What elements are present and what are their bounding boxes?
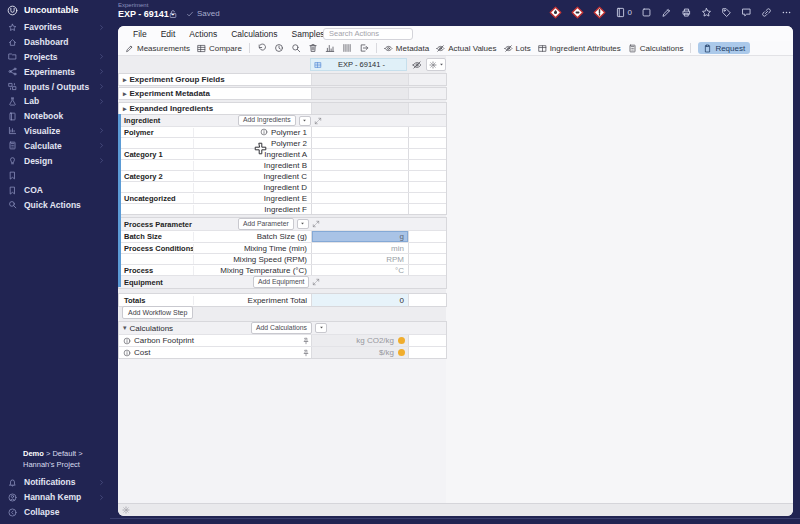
undo-icon[interactable] — [257, 43, 267, 53]
calculations-toggle[interactable]: Calculations — [628, 44, 684, 53]
grid-cell[interactable] — [408, 127, 446, 137]
info-icon[interactable] — [123, 349, 131, 357]
star-icon[interactable] — [701, 7, 712, 18]
breadcrumb-project[interactable]: Demo — [23, 449, 44, 458]
sidebar-item-dashboard[interactable]: Dashboard — [0, 35, 110, 50]
menu-actions[interactable]: Actions — [182, 29, 224, 39]
hazard-cylinder-icon[interactable] — [571, 6, 584, 19]
ingredient-row[interactable]: Ingredient B — [119, 159, 446, 170]
parameter-name-cell[interactable]: Mixing Temperature (°C) — [193, 266, 311, 275]
grid-cell[interactable] — [408, 171, 446, 181]
eye-off-icon[interactable] — [412, 60, 422, 70]
printer-icon[interactable] — [681, 7, 692, 18]
row-experiment-metadata[interactable]: ▸Experiment Metadata — [119, 88, 446, 99]
parameter-name-cell[interactable]: Batch Size (g) — [193, 232, 311, 241]
value-cell[interactable] — [311, 171, 408, 181]
ingredient-name-cell[interactable]: Ingredient A — [193, 150, 311, 159]
grid-cell[interactable] — [311, 74, 408, 85]
ingredient-row[interactable]: PolymerPolymer 1 — [119, 126, 446, 137]
grid-cell[interactable] — [408, 254, 446, 264]
add-ingredients-dropdown[interactable] — [299, 116, 311, 126]
breadcrumb[interactable]: Demo > Default >Hannah's Project — [23, 448, 107, 470]
calculation-value-cell[interactable]: kg CO2/kg — [311, 335, 408, 346]
metadata-toggle[interactable]: Metadata — [384, 44, 429, 53]
experiment-total-value[interactable]: 0 — [311, 294, 408, 306]
chat-bubble-icon[interactable] — [741, 7, 752, 18]
caret-down-icon[interactable]: ▾ — [119, 324, 130, 332]
add-calculations-button[interactable]: Add Calculations — [251, 322, 312, 334]
value-cell[interactable]: °C — [311, 265, 408, 275]
breadcrumb-path[interactable]: > Default > — [44, 449, 83, 458]
sidebar-item-inputs-outputs[interactable]: Inputs / Outputs — [0, 79, 110, 94]
experiment-title[interactable]: EXP - 69141 - — [118, 9, 174, 19]
lots-toggle[interactable]: Lots — [504, 44, 531, 53]
link-icon[interactable] — [761, 7, 772, 18]
ingredient-row[interactable]: Polymer 2 — [119, 137, 446, 148]
value-cell[interactable] — [311, 127, 408, 137]
history-clock-icon[interactable] — [274, 43, 284, 53]
add-calculations-dropdown[interactable] — [315, 323, 327, 333]
measurements-button[interactable]: Measurements — [125, 44, 190, 53]
notebook-count[interactable]: 0 — [615, 7, 632, 18]
totals-row[interactable]: TotalsExperiment Total0 — [119, 294, 446, 306]
grid-cell[interactable] — [408, 149, 446, 159]
ingredient-row[interactable]: Ingredient F — [119, 203, 446, 214]
search-icon[interactable] — [291, 43, 301, 53]
trash-icon[interactable] — [308, 43, 318, 53]
add-parameter-button[interactable]: Add Parameter — [238, 218, 294, 230]
ingredient-attributes-toggle[interactable]: Ingredient Attributes — [538, 44, 621, 53]
breadcrumb-current[interactable]: Hannah's Project — [23, 460, 80, 469]
pin-cell[interactable] — [302, 337, 311, 345]
grid-cell[interactable] — [311, 103, 408, 114]
parameter-row[interactable]: Process ConditionsMixing Time (min)min — [119, 242, 446, 253]
parameter-row[interactable]: Batch SizeBatch Size (g)g — [119, 230, 446, 242]
ingredient-row[interactable]: Ingredient D — [119, 181, 446, 192]
more-options-icon[interactable] — [781, 7, 792, 18]
ingredient-row[interactable]: Category 2Ingredient C — [119, 170, 446, 181]
columns-icon[interactable] — [342, 43, 352, 53]
value-cell[interactable] — [311, 160, 408, 170]
hazard-flame-icon[interactable] — [549, 6, 562, 19]
ingredient-name-cell[interactable]: Polymer 1 — [193, 128, 311, 137]
sidebar-item-notebook[interactable]: Notebook — [0, 109, 110, 124]
menu-file[interactable]: File — [126, 29, 154, 39]
sidebar-item-design[interactable]: Design — [0, 153, 110, 168]
search-actions-input[interactable] — [323, 28, 413, 40]
value-cell[interactable] — [311, 204, 408, 214]
add-ingredients-button[interactable]: Add Ingredients — [238, 115, 296, 127]
calculation-value-cell[interactable]: $/kg — [311, 347, 408, 358]
ingredient-name-cell[interactable]: Polymer 2 — [193, 139, 311, 148]
grid-cell[interactable] — [408, 138, 446, 148]
value-cell[interactable]: min — [311, 243, 408, 253]
ingredient-name-cell[interactable]: Ingredient C — [193, 172, 311, 181]
value-cell[interactable]: RPM — [311, 254, 408, 264]
info-icon[interactable] — [123, 337, 131, 345]
sidebar-item-bookmark[interactable] — [0, 168, 110, 183]
sidebar-item-quick-actions[interactable]: Quick Actions — [0, 198, 110, 213]
add-workflow-step-button[interactable]: Add Workflow Step — [122, 306, 193, 319]
sidebar-item-favorites[interactable]: Favorites — [0, 20, 110, 35]
grid-cell[interactable] — [408, 231, 446, 242]
compare-button[interactable]: Compare — [197, 44, 242, 53]
calculation-row[interactable]: Cost $/kg — [119, 346, 446, 358]
parameter-name-cell[interactable]: Mixing Time (min) — [193, 244, 311, 253]
menu-calculations[interactable]: Calculations — [224, 29, 284, 39]
info-icon[interactable] — [260, 128, 268, 136]
pencil-icon[interactable] — [661, 7, 672, 18]
add-parameter-dropdown[interactable] — [297, 219, 309, 229]
grid-cell[interactable] — [408, 193, 446, 203]
ingredient-name-cell[interactable]: Ingredient B — [193, 161, 311, 170]
sidebar-item-user[interactable]: Hannah Kemp — [0, 490, 110, 505]
ingredient-row[interactable]: UncategorizedIngredient E — [119, 192, 446, 203]
sidebar-item-notifications[interactable]: Notifications — [0, 475, 110, 490]
sidebar-item-calculate[interactable]: Calculate — [0, 138, 110, 153]
calculation-row[interactable]: Carbon Footprint kg CO2/kg — [119, 334, 446, 346]
pin-cell[interactable] — [302, 349, 311, 357]
sidebar-item-collapse[interactable]: Collapse — [0, 505, 110, 520]
histogram-icon[interactable] — [325, 43, 335, 53]
grid-cell[interactable] — [408, 182, 446, 192]
parameter-name-cell[interactable]: Mixing Speed (RPM) — [193, 255, 311, 264]
parameter-row[interactable]: ProcessMixing Temperature (°C)°C — [119, 264, 446, 275]
grid-cell[interactable] — [408, 243, 446, 253]
ingredient-row[interactable]: Category 1Ingredient A — [119, 148, 446, 159]
